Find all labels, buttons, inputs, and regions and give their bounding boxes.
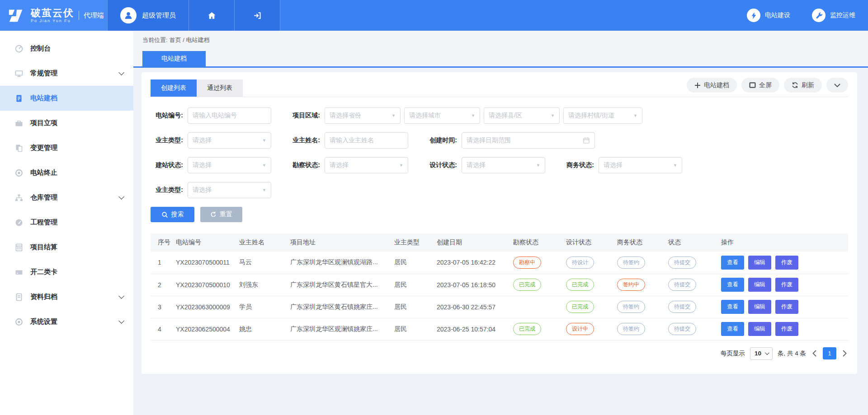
app-header: 破茧云伏 Po Jian Yun Fu 代理端 超级管理员 <box>0 0 868 31</box>
table-row: 3YX2023063000009学员广东深圳龙华区黄石镇姚家庄...居民2023… <box>151 296 848 318</box>
app-title: 破茧云伏 <box>31 8 74 19</box>
edit-button[interactable]: 编辑 <box>748 256 771 270</box>
cell-created: 2023-07-05 16:42:22 <box>433 252 509 274</box>
filter-select[interactable]: 请选择城市▼ <box>404 107 480 124</box>
logout-button[interactable] <box>235 0 280 31</box>
filter-select[interactable]: 请选择▼ <box>188 182 271 198</box>
status-badge: 待提交 <box>668 301 696 313</box>
filter-actions: 搜索 重置 <box>151 207 848 222</box>
cell-index: 4 <box>151 318 172 340</box>
user-menu[interactable]: 超级管理员 <box>107 0 189 31</box>
void-button[interactable]: 作废 <box>775 278 798 292</box>
tab-create-list[interactable]: 创建列表 <box>151 79 197 97</box>
prev-page-button[interactable] <box>811 350 818 357</box>
cell-actions: 查看编辑作废 <box>717 318 848 340</box>
edit-button[interactable]: 编辑 <box>748 300 771 314</box>
gauge-icon <box>14 44 24 53</box>
search-button[interactable]: 搜索 <box>151 207 194 222</box>
nav-monitoring-ops[interactable]: 监控运维 <box>812 9 855 22</box>
page-number[interactable]: 1 <box>823 347 836 359</box>
button-label: 搜索 <box>171 210 184 219</box>
view-button[interactable]: 查看 <box>721 322 744 336</box>
tab-passed-list[interactable]: 通过列表 <box>197 79 243 97</box>
cell-code: YX2023063000009 <box>172 296 236 318</box>
sidebar-item-warehouse-management[interactable]: 仓库管理 <box>0 185 133 210</box>
caret-down-icon: ▼ <box>259 188 266 192</box>
cell-created: 2023-06-25 10:57:04 <box>433 318 509 340</box>
table-row: 2YX2023070500010刘强东广东深圳龙华区黄石镇星官大...居民202… <box>151 274 848 296</box>
filter-label: 建站状态: <box>151 161 183 169</box>
filter-select[interactable]: 请选择▼ <box>462 157 545 173</box>
edit-button[interactable]: 编辑 <box>748 322 771 336</box>
filter-label: 业主类型: <box>151 186 183 194</box>
caret-down-icon: ▼ <box>468 113 475 118</box>
filter-select[interactable]: 请选择省份▼ <box>325 107 401 124</box>
sidebar-item-general-management[interactable]: 常规管理 <box>0 61 133 86</box>
refresh-button[interactable]: 刷新 <box>784 78 822 93</box>
void-button[interactable]: 作废 <box>775 322 798 336</box>
sidebar-item-second-type-card[interactable]: 开二类卡 <box>0 260 133 284</box>
cell-business-status: 签约中 <box>613 274 665 296</box>
cell-survey-status <box>509 296 562 318</box>
button-label: 重置 <box>220 210 232 219</box>
page-tab-station-archive[interactable]: 电站建档 <box>142 51 206 66</box>
cell-actions: 查看编辑作废 <box>717 274 848 296</box>
filter-row: 建站状态:请选择▼勘察状态:请选择▼设计状态:请选择▼商务状态:请选择▼ <box>151 157 848 173</box>
logo-icon <box>7 7 26 23</box>
status-badge: 待签约 <box>617 256 645 269</box>
filter-row: 业主类型:请选择▼业主姓名:请输入业主姓名创建时间:请选择日期范围 <box>151 132 848 149</box>
sidebar-item-change-management[interactable]: 变更管理 <box>0 135 133 160</box>
nav-station-construction[interactable]: 电站建设 <box>747 9 790 22</box>
filter-select[interactable]: 请选择▼ <box>188 132 271 149</box>
breadcrumb-path[interactable]: 首页 / 电站建档 <box>170 36 210 44</box>
sidebar-item-data-archive[interactable]: 资料归档 <box>0 284 133 309</box>
cell-owner_type: 居民 <box>391 318 433 340</box>
cell-design-status: 已完成 <box>562 274 613 296</box>
sidebar-item-project-settlement[interactable]: 项目结算 <box>0 235 133 260</box>
per-page-select[interactable]: 10 <box>750 347 773 360</box>
sidebar-item-project-initiation[interactable]: 项目立项 <box>0 111 133 135</box>
filter-select[interactable]: 请选择▼ <box>325 157 408 173</box>
view-button[interactable]: 查看 <box>721 256 744 270</box>
placeholder-text: 请选择省份 <box>330 112 361 120</box>
filter-label: 设计状态: <box>425 161 457 169</box>
view-button[interactable]: 查看 <box>721 300 744 314</box>
filter-field: 勘察状态:请选择▼ <box>288 157 408 173</box>
cell-owner_type: 居民 <box>391 274 433 296</box>
placeholder-text: 请选择 <box>467 161 486 169</box>
create-station-button[interactable]: 电站建档 <box>687 78 737 93</box>
fullscreen-button[interactable]: 全屏 <box>741 78 779 93</box>
sidebar-item-console[interactable]: 控制台 <box>0 36 133 61</box>
caret-down-icon: ▼ <box>396 163 403 168</box>
content-card: 创建列表 通过列表 电站建档 全屏 <box>142 72 857 374</box>
home-button[interactable] <box>189 0 235 31</box>
sidebar-item-station-termination[interactable]: 电站终止 <box>0 160 133 185</box>
view-button[interactable]: 查看 <box>721 278 744 292</box>
breadcrumb: 当前位置: 首页 / 电站建档 <box>133 31 868 50</box>
cell-code: YX2023062500004 <box>172 318 236 340</box>
button-label: 全屏 <box>759 81 772 89</box>
next-page-button[interactable] <box>841 350 848 357</box>
logout-icon <box>253 11 262 20</box>
filter-select[interactable]: 请选择县/区▼ <box>484 107 560 124</box>
filter-field: 创建时间:请选择日期范围 <box>425 132 595 149</box>
edit-button[interactable]: 编辑 <box>748 278 771 292</box>
void-button[interactable]: 作废 <box>775 300 798 314</box>
reset-button[interactable]: 重置 <box>200 207 242 222</box>
collapse-button[interactable] <box>826 78 848 93</box>
sidebar-item-system-settings[interactable]: 系统设置 <box>0 309 133 334</box>
disc-icon <box>14 317 24 326</box>
filter-label: 业主类型: <box>151 136 183 145</box>
sidebar-item-station-archive[interactable]: 电站建档 <box>0 86 133 111</box>
cell-survey-status: 已完成 <box>509 318 562 340</box>
filter-input[interactable]: 请输入业主姓名 <box>325 132 408 149</box>
filter-input[interactable]: 请输入电站编号 <box>188 107 271 124</box>
filter-select[interactable]: 请选择▼ <box>599 157 682 173</box>
cell-status-status: 待提交 <box>665 274 717 296</box>
date-range-input[interactable]: 请选择日期范围 <box>462 132 595 149</box>
sidebar-item-engineering-management[interactable]: 工程管理 <box>0 210 133 235</box>
cell-survey-status: 已完成 <box>509 274 562 296</box>
filter-select[interactable]: 请选择▼ <box>188 157 271 173</box>
filter-select[interactable]: 请选择村镇/街道▼ <box>563 107 642 124</box>
void-button[interactable]: 作废 <box>775 256 798 270</box>
